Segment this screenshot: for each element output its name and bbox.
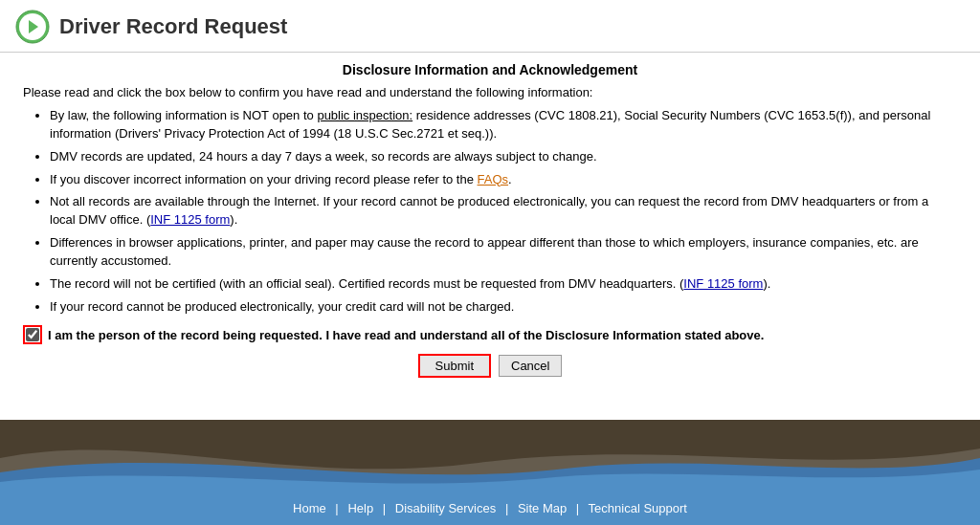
checkbox-wrapper (23, 325, 42, 344)
list-item: If you discover incorrect information on… (50, 171, 957, 189)
submit-button[interactable]: Submit (418, 354, 491, 378)
list-item: Not all records are available through th… (50, 193, 957, 230)
cancel-button[interactable]: Cancel (499, 355, 562, 377)
footer-help-link[interactable]: Help (347, 501, 373, 515)
arrow-circle-icon (15, 10, 50, 44)
intro-text: Please read and click the box below to c… (23, 85, 957, 99)
button-row: Submit Cancel (23, 354, 957, 378)
acknowledgement-checkbox[interactable] (26, 328, 39, 341)
list-item: Differences in browser applications, pri… (50, 234, 957, 271)
footer-sep-1: | (335, 501, 338, 515)
page-header: Driver Record Request (0, 0, 980, 53)
public-inspection-link: public inspection: (317, 108, 412, 122)
footer-section: Home | Help | Disability Services | Site… (0, 420, 980, 525)
list-item: By law, the following information is NOT… (50, 107, 957, 143)
disclosure-list: By law, the following information is NOT… (23, 107, 957, 316)
footer-support-link[interactable]: Technical Support (589, 501, 687, 515)
inf1125-link-2[interactable]: INF 1125 form (683, 276, 763, 291)
footer-sep-2: | (383, 501, 386, 515)
disclosure-title: Disclosure Information and Acknowledgeme… (23, 62, 957, 77)
list-item: If your record cannot be produced electr… (50, 298, 957, 317)
footer-sep-3: | (505, 501, 508, 515)
page-title: Driver Record Request (59, 14, 287, 39)
list-item: DMV records are updated, 24 hours a day … (50, 148, 957, 166)
main-content: Disclosure Information and Acknowledgeme… (0, 53, 980, 420)
footer-sep-4: | (576, 501, 579, 515)
faqs-link[interactable]: FAQs (478, 172, 509, 186)
inf1125-link-1[interactable]: INF 1125 form (150, 212, 230, 227)
acknowledgement-label[interactable]: I am the person of the record being requ… (48, 328, 764, 342)
footer-nav: Home | Help | Disability Services | Site… (0, 501, 980, 515)
footer-sitemap-link[interactable]: Site Map (518, 501, 567, 515)
acknowledgement-row: I am the person of the record being requ… (23, 325, 957, 344)
footer-disability-link[interactable]: Disability Services (395, 501, 496, 515)
list-item: The record will not be certified (with a… (50, 275, 957, 294)
footer-home-link[interactable]: Home (293, 501, 326, 515)
